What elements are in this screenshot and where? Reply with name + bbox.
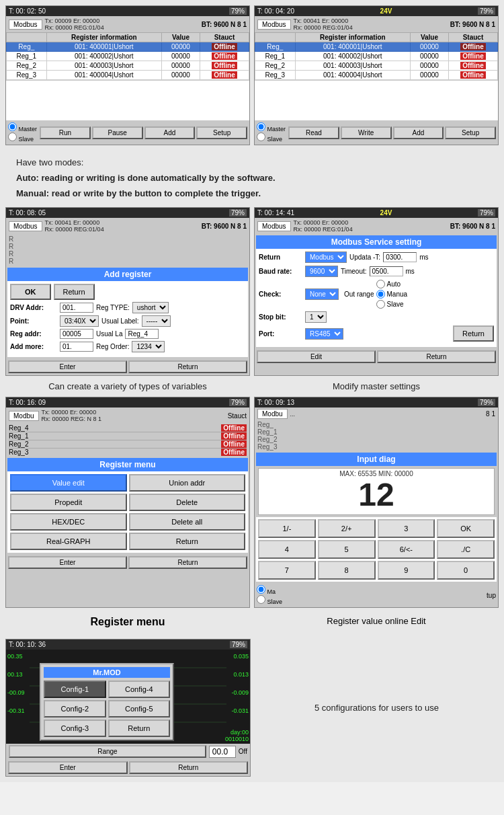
graph-range-btn[interactable]: Range xyxy=(9,745,206,758)
add-reg-ok-btn[interactable]: OK xyxy=(10,284,51,300)
ms2: ms xyxy=(406,268,415,275)
table-row[interactable]: Reg_2 001: 400003|Ushort 00000 Offline xyxy=(7,61,249,71)
add-reg-more-row: Add more: Reg Order: 1234 xyxy=(10,341,245,352)
table-row[interactable]: Reg_3 001: 400004|Ushort 00000 Offline xyxy=(255,71,498,80)
hex-dec-btn[interactable]: HEX/DEC xyxy=(10,513,127,531)
tr-read-btn[interactable]: Read xyxy=(288,126,339,139)
service-dialog-title: Modbus Service setting xyxy=(256,235,497,249)
row-status: Offline xyxy=(200,61,249,71)
graph-enter-btn[interactable]: Enter xyxy=(8,761,128,774)
register-menu-dialog: Register menu Value edit Union addr Prop… xyxy=(7,458,248,553)
timeout-input[interactable] xyxy=(370,266,403,276)
service-edit-btn[interactable]: Edit xyxy=(257,350,376,363)
graph-battery: 79% xyxy=(230,641,247,648)
top-left-empty xyxy=(6,80,249,120)
top-right-empty xyxy=(255,80,498,120)
numpad-5[interactable]: 5 xyxy=(318,540,376,559)
numpad-ok[interactable]: OK xyxy=(437,519,495,538)
reg-type-select[interactable]: ushort xyxy=(132,302,169,313)
numpad-1-neg[interactable]: 1/- xyxy=(258,519,316,538)
row-info: 001: 400003|Ushort xyxy=(46,61,161,71)
table-row[interactable]: Reg_1 001: 400002|Ushort 00000 Offline xyxy=(7,52,249,61)
union-addr-btn[interactable]: Union addr xyxy=(129,474,246,492)
reg-order-select[interactable]: 1234 xyxy=(132,341,165,352)
service-battery: 79% xyxy=(478,209,495,217)
table-row[interactable]: Reg_ 001: 400001|Ushort 00000 Offline xyxy=(255,42,498,52)
tr-write-btn[interactable]: Write xyxy=(341,126,392,139)
tl-run-btn[interactable]: Run xyxy=(40,126,91,139)
ms1: ms xyxy=(419,254,428,261)
numpad-8[interactable]: 8 xyxy=(318,561,376,580)
service-modbus-select[interactable]: Modbus xyxy=(305,251,347,263)
numpad-9[interactable]: 9 xyxy=(378,561,435,580)
reg-menu-header: T: 00: 16: 09 79% xyxy=(6,397,249,408)
reg-addr-input[interactable] xyxy=(60,329,93,339)
tl-setup-btn[interactable]: Setup xyxy=(196,126,247,139)
config3-btn[interactable]: Config-3 xyxy=(44,720,106,737)
point-select[interactable]: 03:40X xyxy=(60,315,99,327)
row-name: Reg_2 xyxy=(7,61,47,71)
top-left-table: Register information Value Stauct Reg_ 0… xyxy=(6,32,249,80)
tr-add-btn[interactable]: Add xyxy=(393,126,444,139)
add-reg-return2-btn[interactable]: Return xyxy=(128,360,247,373)
delete-all-btn[interactable]: Delete all xyxy=(129,513,246,531)
table-row[interactable]: Reg_ 001: 400001|Ushort 00000 Offline xyxy=(7,42,249,52)
add-reg-stub: RRRR xyxy=(6,234,249,266)
delete-btn[interactable]: Delete xyxy=(129,494,246,511)
reg-menu-return-btn[interactable]: Return xyxy=(129,533,246,550)
service-return2-btn[interactable]: Return xyxy=(453,325,494,342)
port-select[interactable]: RS485 xyxy=(305,328,343,340)
usual-la-label: Usual La xyxy=(96,330,122,338)
stop-select[interactable]: 1 xyxy=(305,311,327,323)
config2-btn[interactable]: Config-2 xyxy=(44,700,106,717)
numpad-2-pos[interactable]: 2/+ xyxy=(318,519,376,538)
config-return-btn[interactable]: Return xyxy=(108,720,171,737)
usual-select[interactable]: ----- xyxy=(142,315,171,327)
add-more-input[interactable] xyxy=(60,342,93,352)
update-t-input[interactable] xyxy=(383,252,417,262)
drv-addr-input[interactable] xyxy=(60,303,93,313)
tr-setup-btn[interactable]: Setup xyxy=(445,126,496,139)
reg-menu-return2-btn[interactable]: Return xyxy=(128,556,247,569)
value-edit-btn[interactable]: Value edit xyxy=(10,474,127,492)
service-row3: Check: None Out range Auto Manua Slave xyxy=(259,280,494,309)
baud-select[interactable]: 9600 xyxy=(305,266,338,277)
numpad-0[interactable]: 0 xyxy=(437,561,495,580)
service-modbus: Modbus xyxy=(257,221,291,231)
add-reg-enter-btn[interactable]: Enter xyxy=(8,360,127,373)
reg-menu-subheader: Modbu Tx: 00000 Er: 00000 Rx: 00000 REG:… xyxy=(6,408,249,424)
reg-menu-battery: 79% xyxy=(229,399,247,406)
input-diag-subheader: Modbu ... 8 1 xyxy=(255,408,498,420)
reg-addr-label: Reg addr: xyxy=(10,330,57,338)
input-diag-panel: T: 00: 09: 13 79% Modbu ... 8 1 Reg_ Reg… xyxy=(254,397,499,608)
config1-btn[interactable]: Config-1 xyxy=(44,681,106,698)
numpad-6-back[interactable]: 6/<- xyxy=(378,540,435,559)
numpad-dot-c[interactable]: ./C xyxy=(437,540,495,559)
numpad-7[interactable]: 7 xyxy=(258,561,316,580)
numpad: 1/- 2/+ 3 OK 4 5 6/<- ./C 7 8 9 0 xyxy=(256,517,497,582)
numpad-4[interactable]: 4 xyxy=(258,540,316,559)
add-reg-return-btn[interactable]: Return xyxy=(54,284,95,300)
table-row[interactable]: Reg_3 001: 400004|Ushort 00000 Offline xyxy=(7,71,249,80)
input-diag-panel-buttons: Ma Slave tup xyxy=(255,583,498,607)
graph-return-btn[interactable]: Return xyxy=(129,761,249,774)
table-row[interactable]: Reg_1 001: 400002|Ushort 00000 Offline xyxy=(255,52,498,61)
table-row[interactable]: Reg_2 001: 400003|Ushort 00000 Offline xyxy=(255,61,498,71)
config4-btn[interactable]: Config-4 xyxy=(108,681,171,698)
stop-label: Stop bit: xyxy=(259,313,302,321)
top-left-bt: BT: 9600 N 8 1 xyxy=(202,21,247,28)
reg-menu-enter-btn[interactable]: Enter xyxy=(8,556,127,569)
propedit-btn[interactable]: Propedit xyxy=(10,494,127,511)
tl-add-btn[interactable]: Add xyxy=(144,126,196,139)
check-select[interactable]: None xyxy=(305,288,339,300)
graph-range-bar: Range 00.0 Off xyxy=(6,744,250,759)
real-graph-btn[interactable]: Real-GRAPH xyxy=(10,533,127,550)
numpad-3[interactable]: 3 xyxy=(378,519,435,538)
tl-pause-btn[interactable]: Pause xyxy=(92,126,143,139)
config5-btn[interactable]: Config-5 xyxy=(108,700,171,717)
usual-label: Usual Label: xyxy=(101,317,139,325)
second-panel-row: T: 00: 08: 05 79% Modbus Tx: 00041 Er: 0… xyxy=(5,207,499,376)
usual-la-input[interactable] xyxy=(125,329,159,339)
service-return3-btn[interactable]: Return xyxy=(377,350,496,363)
row-status: Offline xyxy=(448,52,497,61)
